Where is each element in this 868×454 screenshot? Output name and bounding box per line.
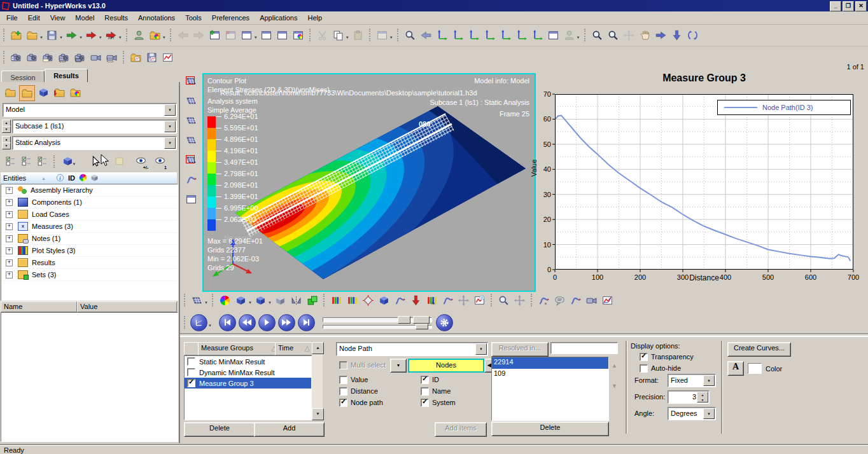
measure-group-row[interactable]: Dynamic MinMax Result bbox=[185, 367, 311, 378]
link-icon[interactable] bbox=[375, 28, 389, 43]
value-column-header[interactable]: Value bbox=[77, 301, 177, 312]
streamlines-icon[interactable] bbox=[393, 293, 407, 308]
speed-slider-handle[interactable] bbox=[416, 324, 428, 329]
subcase-spinner[interactable]: ▲▼ bbox=[2, 120, 11, 132]
dynamic-zoom-icon[interactable] bbox=[606, 28, 620, 43]
capture-region-icon[interactable] bbox=[57, 50, 71, 65]
export-ppt-caret-icon[interactable]: ▼ bbox=[118, 36, 122, 39]
create-curves-button[interactable]: Create Curves... bbox=[727, 342, 791, 357]
id-column-label[interactable]: ID bbox=[68, 174, 75, 182]
iso-surface-caret-icon[interactable]: ▼ bbox=[248, 301, 252, 305]
tree-item-folder[interactable]: +Results bbox=[1, 257, 178, 269]
view-yz-back-icon[interactable] bbox=[514, 28, 529, 43]
frame-slider[interactable] bbox=[323, 315, 431, 329]
measure-type-arrow-icon[interactable]: ▼ bbox=[475, 343, 487, 355]
apply-style-icon[interactable] bbox=[409, 293, 423, 308]
res-scroll-up-icon[interactable]: ▲ bbox=[612, 362, 617, 369]
previous-view-icon[interactable] bbox=[419, 28, 433, 43]
translate-horizontal-icon[interactable] bbox=[654, 28, 668, 43]
pan-icon[interactable] bbox=[622, 28, 636, 43]
name-column-header[interactable]: Name bbox=[1, 301, 77, 312]
window-layout-caret-icon[interactable]: ▼ bbox=[254, 36, 258, 39]
format-arrow-icon[interactable]: ▼ bbox=[703, 375, 715, 386]
menu-file[interactable]: File bbox=[1, 12, 23, 24]
assembly-cube-caret-icon[interactable]: ▼ bbox=[268, 301, 272, 305]
math-plot-icon[interactable]: √x bbox=[424, 293, 439, 308]
tree-item-assembly[interactable]: +Assembly Hierarchy bbox=[1, 184, 178, 196]
stress-linearization-icon[interactable] bbox=[568, 293, 583, 308]
view-yz-front-icon[interactable] bbox=[498, 28, 513, 43]
graphics-window[interactable]: Contour Plot Element Stresses (2D & 3D)(… bbox=[202, 73, 536, 292]
mg-scroll-down-icon[interactable]: ▼ bbox=[312, 408, 324, 420]
np-checkbox-box[interactable] bbox=[421, 387, 429, 396]
color-palette-icon[interactable] bbox=[218, 293, 232, 308]
tree-item-plotstyle[interactable]: +Plot Styles (3) bbox=[1, 245, 178, 257]
res-delete-button[interactable]: Delete bbox=[491, 422, 609, 436]
minimize-button[interactable]: _ bbox=[830, 1, 841, 11]
menu-applications[interactable]: Applications bbox=[255, 12, 302, 24]
np-checkbox-box[interactable] bbox=[421, 376, 429, 384]
window-layout-icon[interactable] bbox=[239, 28, 254, 43]
new-session-icon[interactable] bbox=[9, 28, 24, 43]
contour-folder-icon[interactable] bbox=[68, 85, 83, 100]
display-auto-hide-checkbox[interactable]: Auto-hide bbox=[640, 364, 681, 373]
sticky-note-icon[interactable] bbox=[112, 154, 127, 169]
page-forward-icon[interactable] bbox=[192, 28, 206, 43]
load-results-icon[interactable] bbox=[3, 85, 18, 100]
view-xz-left-icon[interactable] bbox=[466, 28, 481, 43]
query-icon[interactable] bbox=[496, 293, 511, 308]
exploded-view-icon[interactable] bbox=[305, 293, 319, 308]
tree-item-component[interactable]: +Components (1) bbox=[1, 196, 178, 209]
nodes-collector-button[interactable]: Nodes bbox=[408, 359, 484, 373]
np-system-checkbox[interactable]: System bbox=[421, 398, 456, 407]
annotation-icon[interactable] bbox=[552, 293, 567, 308]
mg-delete-button[interactable]: Delete bbox=[184, 422, 255, 437]
show-hide-icon[interactable]: +/- bbox=[134, 154, 148, 169]
np-value-checkbox[interactable]: Value bbox=[339, 375, 368, 384]
mg-time-column-header[interactable]: Time △ bbox=[275, 342, 313, 355]
cut-icon[interactable] bbox=[315, 28, 330, 43]
multi-select-box[interactable] bbox=[339, 361, 347, 369]
capture-screen-icon[interactable] bbox=[25, 50, 39, 65]
animation-settings-button[interactable] bbox=[436, 314, 453, 331]
import-model-caret-icon[interactable]: ▼ bbox=[79, 36, 83, 39]
np-checkbox-box[interactable] bbox=[339, 376, 347, 384]
np-id-checkbox[interactable]: ID bbox=[421, 375, 439, 384]
capture-to-file-icon[interactable] bbox=[9, 50, 24, 65]
capture-animation-icon[interactable] bbox=[584, 293, 599, 308]
tree-expander-icon[interactable]: + bbox=[6, 272, 13, 279]
view-xy-bottom-icon[interactable] bbox=[451, 28, 465, 43]
frame-slider-handle-2[interactable] bbox=[413, 316, 430, 324]
assembly-cube-icon[interactable] bbox=[253, 293, 268, 308]
fit-model-icon[interactable] bbox=[512, 293, 527, 308]
uncheck-all-icon[interactable] bbox=[19, 154, 34, 169]
res-scroll-down-icon[interactable]: ▼ bbox=[612, 383, 617, 389]
info-icon[interactable] bbox=[56, 174, 64, 183]
menu-preferences[interactable]: Preferences bbox=[207, 12, 255, 24]
open-model-icon[interactable] bbox=[148, 28, 162, 43]
page-back-icon[interactable] bbox=[176, 28, 190, 43]
capture-window-icon[interactable] bbox=[291, 28, 305, 43]
report-icon[interactable] bbox=[600, 293, 615, 308]
animation-mode-button[interactable] bbox=[190, 314, 207, 331]
multi-select-checkbox[interactable]: Multi select bbox=[339, 361, 386, 369]
view-iso-icon[interactable] bbox=[530, 28, 545, 43]
measure-group-checkbox[interactable] bbox=[187, 357, 195, 366]
add-items-button[interactable]: Add Items bbox=[435, 422, 487, 437]
resolved-in-button[interactable]: Resolved in... bbox=[491, 342, 549, 357]
resolved-nodes-list[interactable]: 22914109 bbox=[491, 357, 609, 421]
save-session-icon[interactable] bbox=[45, 28, 59, 43]
view-xy-top-icon[interactable] bbox=[435, 28, 449, 43]
reverse-check-icon[interactable] bbox=[35, 154, 50, 169]
measure-group-checkbox[interactable] bbox=[187, 379, 195, 387]
export-results-icon[interactable] bbox=[84, 28, 99, 43]
layout-flag-5-icon[interactable] bbox=[184, 153, 199, 167]
files-panel-icon[interactable] bbox=[19, 85, 35, 101]
color-swatch[interactable] bbox=[748, 363, 762, 374]
np-checkbox-box[interactable] bbox=[339, 387, 347, 396]
restore-button[interactable]: ❐ bbox=[843, 1, 854, 11]
angle-select[interactable]: Degrees▼ bbox=[668, 407, 716, 420]
display-transparency-checkbox[interactable]: Transparency bbox=[640, 352, 694, 361]
fit-view-icon[interactable] bbox=[403, 28, 417, 43]
menu-annotations[interactable]: Annotations bbox=[133, 12, 180, 24]
